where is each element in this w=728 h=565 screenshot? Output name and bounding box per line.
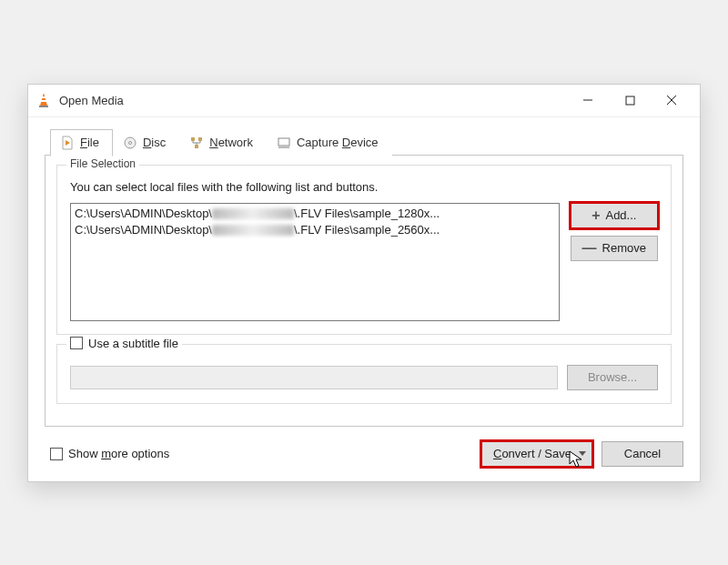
remove-button[interactable]: — Remove — [571, 236, 658, 261]
button-label: Cancel — [624, 447, 661, 460]
file-list[interactable]: C:\Users\ADMIN\Desktop\\.FLV Files\sampl… — [70, 203, 560, 321]
file-tab-pane: File Selection You can select local file… — [45, 155, 683, 427]
tab-label: Disc — [143, 136, 166, 149]
disc-icon — [123, 136, 137, 150]
browse-button: Browse... — [567, 365, 658, 390]
tab-label: File — [80, 136, 99, 149]
titlebar: Open Media — [28, 85, 700, 117]
button-label: Add... — [605, 208, 636, 222]
network-icon — [189, 136, 204, 150]
svg-rect-12 — [198, 137, 202, 141]
tab-label: Network — [209, 136, 253, 149]
subtitle-checkbox[interactable]: Use a subtitle file — [66, 337, 182, 350]
file-selection-legend: File Selection — [66, 157, 139, 170]
tab-bar: File Disc Network Capture Device — [50, 128, 683, 156]
checkbox-box-icon — [70, 337, 83, 349]
list-item[interactable]: C:\Users\ADMIN\Desktop\\.FLV Files\sampl… — [75, 206, 555, 222]
checkbox-label: Use a subtitle file — [88, 337, 178, 350]
svg-rect-3 — [41, 100, 46, 102]
svg-rect-13 — [195, 145, 198, 148]
tab-capture-device[interactable]: Capture Device — [267, 129, 392, 156]
chevron-down-icon — [579, 451, 586, 456]
checkbox-box-icon — [50, 448, 63, 460]
tab-network[interactable]: Network — [179, 129, 267, 156]
svg-rect-14 — [278, 138, 289, 146]
subtitle-group: Use a subtitle file Browse... — [56, 344, 672, 404]
tab-file[interactable]: File — [50, 129, 113, 156]
redacted-text — [212, 225, 294, 236]
checkbox-label: Show more options — [68, 447, 169, 460]
list-item[interactable]: C:\Users\ADMIN\Desktop\\.FLV Files\sampl… — [75, 222, 555, 238]
subtitle-path-input — [70, 366, 558, 389]
dialog-buttons: Show more options Convert / Save Cancel — [28, 432, 700, 481]
maximize-button[interactable] — [609, 86, 651, 115]
file-icon — [60, 136, 75, 150]
minus-icon: — — [582, 241, 597, 256]
add-button[interactable]: + Add... — [571, 203, 658, 228]
open-media-dialog: Open Media File Disc — [27, 84, 701, 482]
svg-rect-2 — [42, 96, 46, 98]
svg-rect-1 — [39, 106, 48, 107]
minimize-button[interactable] — [567, 86, 609, 115]
vlc-cone-icon — [35, 92, 52, 108]
button-label: Convert / Save — [493, 447, 571, 460]
svg-rect-5 — [626, 96, 634, 105]
window-title: Open Media — [59, 94, 567, 107]
capture-icon — [277, 136, 291, 150]
svg-rect-15 — [278, 146, 289, 148]
show-more-options-checkbox[interactable]: Show more options — [45, 447, 169, 460]
file-selection-group: File Selection You can select local file… — [56, 165, 672, 335]
plus-icon: + — [592, 208, 600, 223]
redacted-text — [212, 208, 294, 219]
tab-disc[interactable]: Disc — [113, 129, 179, 156]
file-selection-desc: You can select local files with the foll… — [70, 180, 658, 194]
svg-marker-0 — [40, 93, 47, 106]
svg-rect-11 — [191, 137, 195, 141]
close-button[interactable] — [651, 86, 693, 115]
button-label: Browse... — [588, 370, 637, 384]
svg-point-10 — [128, 141, 131, 144]
tab-label: Capture Device — [297, 136, 379, 149]
cancel-button[interactable]: Cancel — [602, 441, 683, 467]
convert-save-button[interactable]: Convert / Save — [481, 441, 592, 467]
button-label: Remove — [602, 241, 646, 255]
